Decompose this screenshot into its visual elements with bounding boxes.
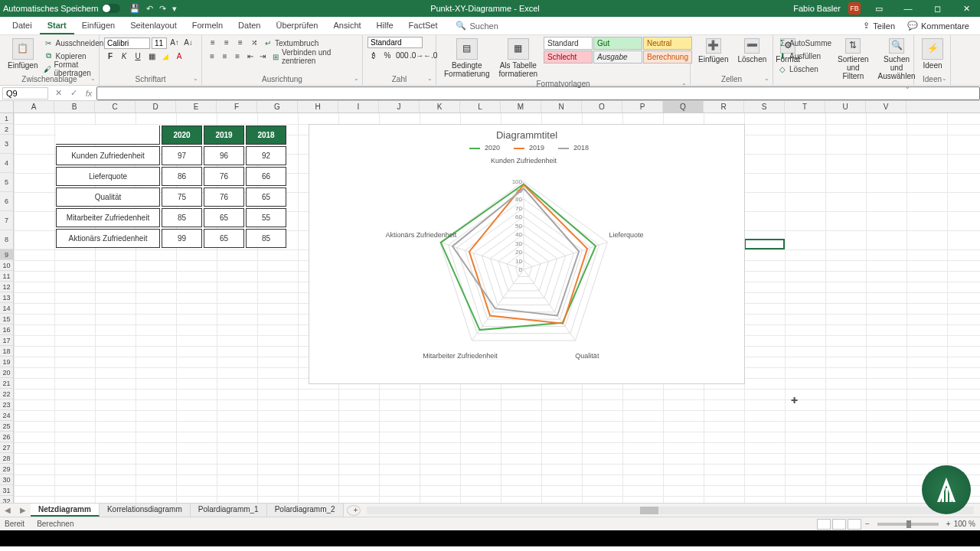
increase-decimal-icon[interactable]: .0→ — [409, 50, 421, 62]
autosum-button[interactable]: ΣAutoSumme — [778, 37, 831, 49]
data-cell[interactable]: 96 — [204, 146, 244, 165]
row-header[interactable]: 26 — [0, 432, 13, 442]
row-header[interactable]: 9 — [0, 249, 13, 260]
row-header[interactable]: 23 — [0, 399, 13, 410]
row-header[interactable]: 19 — [0, 357, 13, 367]
row-header[interactable]: 15 — [0, 314, 13, 324]
style-berechnung[interactable]: Berechnung — [643, 51, 692, 64]
align-middle-icon[interactable]: ≡ — [220, 37, 233, 49]
merge-center-button[interactable]: ⊞Verbinden und zentrieren — [271, 51, 358, 63]
clear-button[interactable]: ◇Löschen — [778, 63, 831, 75]
bold-button[interactable]: F — [104, 51, 116, 63]
menu-tab-ansicht[interactable]: Ansicht — [325, 18, 368, 34]
row-header[interactable]: 11 — [0, 271, 13, 282]
column-header[interactable]: R — [704, 101, 744, 112]
sort-filter-button[interactable]: ⇅Sortieren und Filtern — [835, 37, 872, 82]
row-header[interactable]: 30 — [0, 474, 13, 485]
zoom-slider[interactable] — [877, 523, 939, 526]
column-header[interactable]: O — [582, 101, 622, 112]
ideas-button[interactable]: ⚡Ideen — [919, 37, 946, 71]
data-cell[interactable]: 92 — [246, 146, 286, 165]
row-header[interactable]: 8 — [0, 230, 13, 249]
percent-icon[interactable]: % — [381, 50, 394, 62]
active-cell[interactable] — [744, 239, 785, 249]
menu-tab-hilfe[interactable]: Hilfe — [369, 18, 401, 34]
style-schlecht[interactable]: Schlecht — [544, 51, 593, 64]
increase-font-icon[interactable]: A↑ — [168, 37, 181, 49]
data-cell[interactable]: 85 — [162, 208, 202, 227]
column-header[interactable]: E — [176, 101, 217, 112]
data-cell[interactable]: 65 — [204, 229, 244, 248]
italic-button[interactable]: K — [118, 51, 130, 63]
row-header[interactable]: 17 — [0, 335, 13, 346]
column-header[interactable]: L — [460, 101, 501, 112]
row-header[interactable]: 1 — [0, 113, 13, 124]
sheet-tab[interactable]: Korrelationsdiagramm — [100, 504, 191, 517]
radar-chart[interactable]: Diagrammtitel 202020192018 0102030405060… — [309, 124, 745, 384]
column-header[interactable]: Q — [663, 101, 704, 112]
undo-icon[interactable]: ↶ — [146, 4, 153, 14]
row-header[interactable]: 21 — [0, 378, 13, 389]
data-cell[interactable]: 66 — [246, 167, 286, 186]
underline-button[interactable]: U — [132, 51, 144, 63]
border-button[interactable]: ▦ — [145, 51, 158, 63]
sheet-tab[interactable]: Polardiagramm_2 — [267, 504, 344, 517]
align-bottom-icon[interactable]: ≡ — [234, 37, 247, 49]
column-header[interactable]: J — [379, 101, 420, 112]
cancel-formula-icon[interactable]: ✕ — [51, 88, 66, 98]
sheet-nav-prev-icon[interactable]: ◀ — [0, 506, 15, 514]
column-header[interactable]: H — [298, 101, 338, 112]
row-header[interactable]: 20 — [0, 367, 13, 378]
row-header[interactable]: 14 — [0, 303, 13, 314]
orientation-icon[interactable]: ⤮ — [248, 37, 260, 49]
data-cell[interactable]: 76 — [204, 187, 244, 207]
row-header[interactable]: 16 — [0, 324, 13, 335]
align-right-icon[interactable]: ≡ — [232, 51, 243, 63]
row-header[interactable]: 10 — [0, 260, 13, 271]
style-standard[interactable]: Standard — [544, 37, 593, 50]
column-header[interactable]: A — [14, 101, 54, 112]
autosave-toggle[interactable]: Automatisches Speichern — [3, 4, 120, 13]
close-icon[interactable]: ✕ — [956, 4, 977, 14]
indent-increase-icon[interactable]: ⇥ — [257, 51, 268, 63]
row-header[interactable]: 3 — [0, 135, 13, 154]
column-header[interactable]: F — [217, 101, 257, 112]
column-header[interactable]: C — [95, 101, 136, 112]
row-header[interactable]: 32 — [0, 496, 13, 503]
row-header[interactable]: 27 — [0, 442, 13, 453]
column-header[interactable]: M — [501, 101, 541, 112]
align-left-icon[interactable]: ≡ — [207, 51, 217, 63]
row-header[interactable]: 7 — [0, 211, 13, 230]
menu-tab-start[interactable]: Start — [40, 18, 74, 34]
data-cell[interactable]: 86 — [162, 167, 202, 186]
row-header[interactable]: 13 — [0, 292, 13, 303]
currency-icon[interactable]: ₿ — [368, 50, 380, 62]
qat-dropdown-icon[interactable]: ▾ — [172, 4, 177, 14]
add-sheet-button[interactable]: + — [347, 505, 361, 516]
conditional-formatting-button[interactable]: ▤Bedingte Formatierung — [441, 37, 492, 80]
column-header[interactable]: B — [54, 101, 95, 112]
chart-title[interactable]: Diagrammtitel — [309, 125, 744, 142]
data-cell[interactable]: 65 — [204, 208, 244, 227]
menu-tab-überprüfen[interactable]: Überprüfen — [268, 18, 325, 34]
format-painter-button[interactable]: 🖌Format übertragen — [44, 63, 103, 75]
column-header[interactable]: T — [785, 101, 825, 112]
row-header[interactable]: 22 — [0, 389, 13, 399]
zoom-level[interactable]: 100 % — [954, 520, 975, 528]
data-cell[interactable]: 99 — [162, 229, 202, 248]
select-all-corner[interactable] — [0, 101, 14, 112]
font-name-input[interactable] — [104, 37, 150, 49]
menu-tab-factset[interactable]: FactSet — [401, 18, 446, 34]
data-cell[interactable]: 55 — [246, 208, 286, 227]
name-box[interactable] — [2, 87, 48, 99]
toggle-switch[interactable] — [102, 4, 120, 13]
column-header[interactable]: K — [420, 101, 460, 112]
menu-tab-seitenlayout[interactable]: Seitenlayout — [122, 18, 185, 34]
maximize-icon[interactable]: ◻ — [926, 4, 948, 14]
align-center-icon[interactable]: ≡ — [219, 51, 230, 63]
zoom-in-button[interactable]: + — [946, 520, 951, 528]
fx-icon[interactable]: fx — [81, 89, 96, 98]
row-header[interactable]: 24 — [0, 410, 13, 421]
fill-button[interactable]: ⬇Ausfüllen — [778, 50, 831, 62]
sheet-nav-next-icon[interactable]: ▶ — [15, 506, 31, 514]
